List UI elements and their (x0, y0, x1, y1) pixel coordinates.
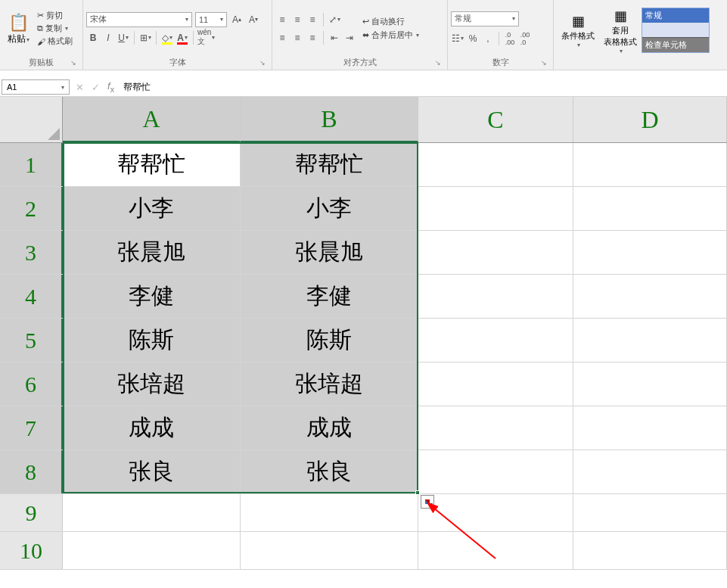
decrease-decimal-icon[interactable]: .00.0 (518, 31, 532, 46)
align-top-icon[interactable]: ≡ (275, 12, 289, 27)
cell-D2[interactable] (573, 187, 727, 230)
conditional-format-button[interactable]: ▦ 条件格式 ▾ (557, 11, 599, 50)
indent-decrease-icon[interactable]: ⇤ (328, 30, 341, 45)
cell-A3[interactable]: 张晨旭 (63, 231, 241, 274)
cell-B7[interactable]: 成成 (241, 406, 418, 450)
row-header-9[interactable]: 9 (0, 494, 63, 531)
cell-D1[interactable] (573, 143, 727, 186)
font-size-combo[interactable]: 11▾ (195, 12, 227, 27)
font-name-combo[interactable]: 宋体▾ (86, 12, 192, 27)
cell-B6[interactable]: 张培超 (241, 362, 418, 406)
cut-button[interactable]: ✂剪切 (37, 10, 73, 21)
column-header-B[interactable]: B (241, 97, 418, 142)
formula-input[interactable]: 帮帮忙 (119, 78, 727, 96)
column-header-D[interactable]: D (573, 97, 727, 142)
clipboard-launcher[interactable]: ↘ (69, 59, 78, 68)
bold-button[interactable]: B (86, 30, 100, 45)
merge-center-button[interactable]: ⬌合并后居中▾ (362, 30, 419, 41)
cell-A6[interactable]: 张培超 (63, 362, 241, 406)
cancel-button[interactable]: ✕ (76, 82, 84, 93)
fill-color-button[interactable]: ◇▾ (160, 30, 174, 45)
cell-A1[interactable]: 帮帮忙 (63, 143, 241, 186)
enter-button[interactable]: ✓ (92, 82, 100, 93)
align-right-icon[interactable]: ≡ (306, 30, 319, 45)
cell-styles-gallery[interactable]: 常规 检查单元格 (642, 8, 710, 53)
number-format-combo[interactable]: 常规▾ (451, 11, 519, 26)
row-header-7[interactable]: 7 (0, 406, 63, 450)
cell-C8[interactable] (418, 450, 573, 493)
orientation-icon[interactable]: ⤢▾ (328, 12, 341, 27)
paste-button[interactable]: 📋粘贴▾ (3, 11, 34, 45)
cell-C9[interactable] (418, 494, 573, 531)
cell-D4[interactable] (573, 275, 727, 318)
cell-style-check[interactable]: 检查单元格 (642, 37, 709, 52)
column-header-C[interactable]: C (418, 97, 573, 142)
format-as-table-button[interactable]: ▦ 套用 表格格式 ▾ (599, 5, 642, 56)
cell-A5[interactable]: 陈斯 (63, 319, 241, 362)
phonetic-button[interactable]: wén文▾ (197, 30, 215, 45)
increase-decimal-icon[interactable]: .0.00 (503, 31, 517, 46)
cell-B10[interactable] (241, 532, 418, 569)
comma-icon[interactable]: , (481, 31, 495, 46)
cell-C10[interactable] (418, 532, 573, 569)
border-button[interactable]: ⊞▾ (138, 30, 152, 45)
cell-C3[interactable] (418, 231, 573, 274)
cell-C4[interactable] (418, 275, 573, 318)
wrap-text-button[interactable]: ↩自动换行 (362, 16, 419, 27)
cell-D5[interactable] (573, 319, 727, 362)
cell-B3[interactable]: 张晨旭 (241, 231, 418, 274)
cell-D9[interactable] (573, 494, 727, 531)
font-launcher[interactable]: ↘ (258, 59, 267, 68)
cell-A9[interactable] (63, 494, 241, 531)
cell-A4[interactable]: 李健 (63, 275, 241, 318)
cell-style-normal[interactable]: 常规 (642, 8, 709, 23)
row-header-1[interactable]: 1 (0, 143, 63, 186)
italic-button[interactable]: I (101, 30, 115, 45)
copy-button[interactable]: ⧉复制▾ (37, 23, 73, 34)
cell-C5[interactable] (418, 319, 573, 362)
cell-D8[interactable] (573, 450, 727, 493)
percent-icon[interactable]: % (466, 31, 480, 46)
column-header-A[interactable]: A (63, 97, 241, 142)
increase-font-icon[interactable]: A▴ (230, 12, 244, 27)
align-middle-icon[interactable]: ≡ (290, 12, 304, 27)
row-header-5[interactable]: 5 (0, 319, 63, 362)
align-center-icon[interactable]: ≡ (290, 30, 304, 45)
cell-C6[interactable] (418, 362, 573, 406)
cell-B1[interactable]: 帮帮忙 (241, 143, 418, 186)
cell-C1[interactable] (418, 143, 573, 186)
accounting-icon[interactable]: ☷▾ (451, 31, 464, 46)
cell-B5[interactable]: 陈斯 (241, 319, 418, 362)
fx-button[interactable]: fx (107, 80, 114, 94)
cell-A2[interactable]: 小李 (63, 187, 241, 230)
row-header-6[interactable]: 6 (0, 362, 63, 406)
alignment-launcher[interactable]: ↘ (433, 59, 443, 68)
name-box[interactable]: A1▾ (2, 79, 70, 95)
font-color-button[interactable]: A▾ (176, 30, 189, 45)
cell-B9[interactable] (241, 494, 418, 531)
cell-C2[interactable] (418, 187, 573, 230)
cell-D7[interactable] (573, 406, 727, 450)
indent-increase-icon[interactable]: ⇥ (343, 30, 356, 45)
row-header-3[interactable]: 3 (0, 231, 63, 274)
cell-D3[interactable] (573, 231, 727, 274)
cell-D6[interactable] (573, 362, 727, 406)
cell-A10[interactable] (63, 532, 241, 569)
cell-B4[interactable]: 李健 (241, 275, 418, 318)
cell-B2[interactable]: 小李 (241, 187, 418, 230)
align-left-icon[interactable]: ≡ (275, 30, 289, 45)
cell-B8[interactable]: 张良 (241, 450, 418, 493)
cell-A8[interactable]: 张良 (63, 450, 241, 493)
underline-button[interactable]: U▾ (117, 30, 130, 45)
cell-A7[interactable]: 成成 (63, 406, 241, 450)
cell-C7[interactable] (418, 406, 573, 450)
format-painter-button[interactable]: 🖌格式刷 (37, 36, 73, 47)
cell-D10[interactable] (573, 532, 727, 569)
select-all-corner[interactable] (0, 97, 63, 142)
row-header-10[interactable]: 10 (0, 532, 63, 569)
row-header-2[interactable]: 2 (0, 187, 63, 230)
spreadsheet-grid[interactable]: A B C D 1 帮帮忙 帮帮忙 2 小李 小李 3 张晨旭 张晨旭 4 李健… (0, 97, 727, 570)
decrease-font-icon[interactable]: A▾ (247, 12, 260, 27)
align-bottom-icon[interactable]: ≡ (306, 12, 319, 27)
row-header-8[interactable]: 8 (0, 450, 63, 493)
